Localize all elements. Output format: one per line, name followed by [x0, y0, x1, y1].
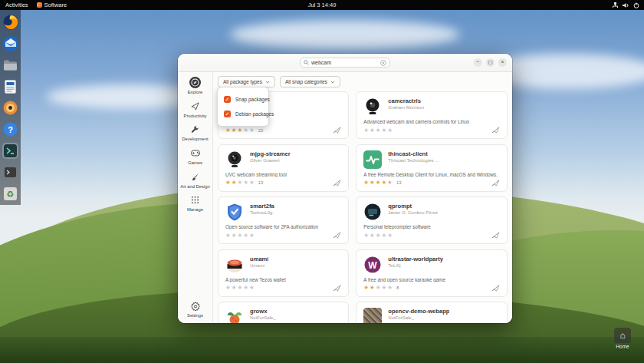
sidebar-item-label: Settings [186, 313, 204, 318]
brush-icon [189, 171, 201, 183]
checkbox-icon[interactable]: ✓ [224, 96, 231, 103]
star-icon: ★ [387, 284, 393, 291]
app-card-qprompt[interactable]: qpromptJavier O. Cordero PérezPersonal t… [356, 196, 508, 244]
app-description: A free Remote Desktop Client for Linux, … [363, 172, 500, 177]
app-author: Javier O. Cordero Pérez [388, 210, 438, 215]
sidebar-item-label: Games [187, 160, 203, 166]
sidebar-item-art-and-design[interactable]: Art and Design [178, 171, 212, 190]
app-icon-webcam-black [363, 97, 382, 116]
share-kite-icon[interactable] [491, 127, 500, 134]
app-icon-shield-blue [225, 203, 244, 221]
headerbar: − ▢ × [178, 54, 512, 72]
app-title: opencv-demo-webapp [388, 308, 449, 315]
app-author: TeLiXj [388, 263, 443, 268]
sidebar-item-manage[interactable]: Manage [178, 194, 212, 213]
grid-icon [189, 194, 201, 206]
rhythmbox-dock-icon[interactable] [2, 100, 18, 116]
home-shortcut-label: Home [611, 344, 634, 349]
terminal-dock-icon[interactable] [2, 143, 18, 159]
app-icon-pulse-green [363, 150, 382, 169]
star-rating: ★★★★★ [225, 180, 255, 186]
sidebar-item-settings[interactable]: Settings [178, 300, 212, 318]
gear-icon [189, 300, 201, 312]
package-types-popover: ✓Snap packages✓Debian packages [217, 87, 269, 127]
activities-button[interactable]: Activities [5, 2, 28, 8]
app-icon-plant [225, 308, 244, 323]
app-card-mjpg-streamer[interactable]: mjpg-streamerOliver GrawertUVC webcam st… [218, 144, 349, 192]
trash-dock-icon[interactable]: ♻ [2, 186, 18, 202]
snap-categories-dropdown[interactable]: All snap categories [280, 76, 340, 87]
rating-count: 22 [258, 128, 264, 133]
app-card-ultrastar-worldparty[interactable]: Wultrastar-worldpartyTeLiXjA free and op… [356, 249, 508, 297]
app-card-cameractrls[interactable]: cameractrlsGraham MorrisonAdvanced webca… [356, 91, 508, 139]
app-card-thincast-client[interactable]: thincast-clientThincast Technologies ...… [356, 144, 508, 192]
clock[interactable]: Jul 3 14:49 [308, 0, 337, 10]
help-dock-icon[interactable]: ? [2, 121, 18, 137]
checkbox-icon[interactable]: ✓ [224, 111, 231, 117]
share-kite-icon[interactable] [491, 232, 500, 239]
thunderbird-dock-icon[interactable] [2, 35, 18, 51]
share-kite-icon[interactable] [333, 180, 341, 186]
app-author: Oliver Grawert [250, 158, 291, 163]
sidebar-item-explore[interactable]: Explore [178, 77, 212, 95]
wallpaper-grass [0, 337, 644, 363]
search-icon [304, 60, 309, 65]
app-description: Open source software for 2FA authorizati… [225, 224, 341, 229]
share-kite-icon[interactable] [491, 285, 500, 292]
app-title: smart2fa [250, 203, 274, 210]
home-icon: ⌂ [619, 331, 625, 340]
star-rating: ★★★★★ [363, 180, 393, 186]
chevron-down-icon [330, 81, 335, 84]
app-card-smart2fa[interactable]: smart2faTechnoL0gOpen source software fo… [218, 196, 349, 244]
dock: ?♻ [0, 10, 21, 205]
app-description: Advanced webcam and camera controls for … [363, 119, 500, 124]
maximize-button[interactable]: ▢ [486, 58, 495, 67]
star-rating: ★★★★★ [363, 127, 393, 134]
compass-icon [189, 77, 201, 88]
firefox-dock-icon[interactable] [2, 14, 18, 30]
close-button[interactable]: × [498, 58, 507, 67]
star-icon: ★ [370, 127, 376, 134]
wrench-icon [189, 124, 201, 135]
sidebar-item-productivity[interactable]: Productivity [178, 101, 212, 119]
share-kite-icon[interactable] [333, 232, 341, 239]
app-card-opencv-demo-webapp[interactable]: opencv-demo-webappNotForSale_OpenCV Demo… [356, 302, 508, 323]
terminal-small-dock-icon[interactable] [2, 164, 18, 180]
share-kite-icon[interactable] [491, 180, 500, 186]
home-folder-shortcut[interactable]: ⌂ Home [611, 328, 634, 349]
rating-count: 13 [258, 180, 264, 185]
files-dock-icon[interactable] [2, 57, 18, 73]
star-rating: ★★★★★ [225, 127, 255, 134]
popover-option-debian-packages[interactable]: ✓Debian packages [218, 107, 268, 121]
sidebar-item-games[interactable]: Games [178, 147, 212, 166]
sidebar-item-label: Development [181, 137, 209, 142]
libreoffice-writer-dock-icon[interactable] [2, 78, 18, 94]
share-kite-icon[interactable] [333, 285, 341, 292]
clear-search-icon[interactable] [380, 60, 386, 66]
app-description: A free and open source karaoke game [363, 277, 500, 282]
search-entry[interactable] [300, 58, 390, 68]
app-author: Graham Morrison [388, 105, 424, 110]
star-icon: ★ [249, 284, 255, 291]
app-card-growx[interactable]: growxNotForSale_GrowX: the Opensource Gr… [218, 302, 349, 323]
star-icon: ★ [243, 127, 249, 134]
sidebar-item-development[interactable]: Development [178, 124, 212, 142]
software-window: − ▢ × ExploreProductivityDevelopmentGame… [178, 54, 512, 323]
package-types-label: All package types [223, 79, 262, 84]
app-author: NotForSale_ [250, 315, 276, 320]
sidebar-item-label: Art and Design [179, 184, 210, 190]
search-input[interactable] [311, 60, 378, 65]
app-card-umami[interactable]: umamiUmamiA powerful new Tezos wallet★★★… [218, 249, 349, 297]
package-types-dropdown[interactable]: All package types [218, 76, 275, 87]
share-kite-icon[interactable] [333, 127, 341, 134]
star-icon: ★ [225, 232, 232, 239]
app-menu[interactable]: Software [37, 2, 67, 8]
popover-option-snap-packages[interactable]: ✓Snap packages [218, 92, 268, 107]
star-icon: ★ [370, 232, 376, 239]
app-author: Umami [250, 263, 268, 268]
app-description: A powerful new Tezos wallet [225, 277, 341, 282]
system-status-area[interactable] [612, 0, 639, 10]
app-title: umami [250, 256, 268, 262]
sidebar-item-label: Productivity [183, 114, 208, 119]
minimize-button[interactable]: − [474, 58, 482, 67]
